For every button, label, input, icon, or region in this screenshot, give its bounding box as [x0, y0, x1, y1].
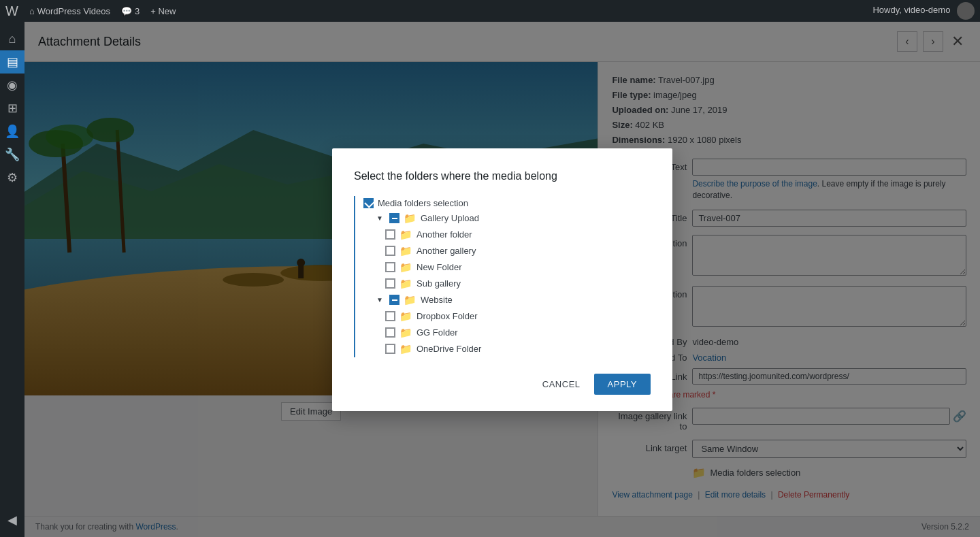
cancel-button[interactable]: CANCEL: [534, 374, 589, 395]
tree-item-website: ▼ 📁 Website: [374, 292, 651, 308]
comments-icon: 💬: [121, 6, 132, 16]
tree-label-onedrive: OneDrive Folder: [416, 344, 481, 354]
user-avatar[interactable]: [957, 2, 975, 20]
tree-label-website: Website: [421, 295, 453, 305]
sidebar-item-settings[interactable]: ⚙: [0, 166, 24, 189]
tree-checkbox-another-folder[interactable]: [385, 229, 395, 240]
user-greeting: Howdy, video-demo: [872, 2, 975, 20]
folder-icon-dropbox: 📁: [399, 310, 412, 323]
folder-icon-website: 📁: [404, 294, 416, 306]
tree-toggle-gallery[interactable]: ▼: [374, 213, 385, 224]
comments-link[interactable]: 💬 3: [121, 6, 140, 16]
tree-checkbox-sub-gallery[interactable]: [385, 278, 395, 289]
sidebar-item-appearance[interactable]: ◉: [0, 74, 24, 97]
wp-logo[interactable]: W: [5, 3, 18, 19]
tree-item-root[interactable]: Media folders selection: [363, 196, 651, 210]
tree-label-sub-gallery: Sub gallery: [416, 278, 461, 289]
site-name-link[interactable]: ⌂ WordPress Videos: [29, 6, 110, 16]
tree-item-gg-folder: 📁 GG Folder: [385, 325, 651, 341]
modal-title: Select the folders where the media belon…: [354, 170, 651, 182]
apply-button[interactable]: APPLY: [594, 374, 651, 395]
tree-label-new-folder: New Folder: [416, 262, 461, 272]
sidebar-item-plugins[interactable]: ⊞: [0, 97, 24, 120]
sidebar-item-dashboard[interactable]: ⌂: [0, 27, 24, 50]
tree-label-dropbox: Dropbox Folder: [416, 311, 478, 321]
new-content-link[interactable]: + New: [150, 6, 176, 16]
home-icon: ⌂: [29, 6, 35, 16]
folder-icon-another-gallery: 📁: [399, 245, 412, 257]
tree-checkbox-gg-folder[interactable]: [385, 327, 395, 338]
tree-item-onedrive: 📁 OneDrive Folder: [385, 341, 651, 357]
tree-checkbox-new-folder[interactable]: [385, 262, 395, 272]
tree-checkbox-root[interactable]: [363, 198, 374, 208]
folder-icon-onedrive: 📁: [399, 343, 412, 355]
folder-icon-another-folder: 📁: [399, 229, 412, 241]
tree-label-root: Media folders selection: [378, 198, 468, 208]
folder-icon-gallery: 📁: [404, 212, 416, 225]
folder-icon-gg: 📁: [399, 327, 412, 339]
tree-label-gg-folder: GG Folder: [416, 327, 458, 338]
sidebar-collapse[interactable]: ◀: [0, 508, 24, 532]
tree-checkbox-website[interactable]: [389, 295, 399, 305]
admin-bar: W ⌂ WordPress Videos 💬 3 + New Howdy, vi…: [0, 0, 980, 22]
modal-dialog: Select the folders where the media belon…: [332, 148, 672, 411]
sidebar-item-library[interactable]: ▤: [0, 50, 24, 74]
sidebar-item-users[interactable]: 👤: [0, 120, 24, 143]
tree-item-another-gallery: 📁 Another gallery: [385, 243, 651, 259]
folder-tree: Media folders selection ▼ 📁 Gallery Uplo…: [354, 196, 651, 357]
tree-checkbox-another-gallery[interactable]: [385, 246, 395, 256]
tree-item-new-folder: 📁 New Folder: [385, 259, 651, 276]
folder-icon-new-folder: 📁: [399, 261, 412, 274]
tree-label-another-gallery: Another gallery: [416, 246, 476, 256]
main-content: Attachment Details ‹ › ✕: [24, 22, 980, 537]
folder-icon-sub-gallery: 📁: [399, 278, 412, 290]
tree-label-gallery-upload: Gallery Upload: [421, 213, 479, 223]
tree-checkbox-onedrive[interactable]: [385, 344, 395, 354]
tree-item-gallery-upload: ▼ 📁 Gallery Upload: [374, 210, 651, 227]
tree-item-sub-gallery: 📁 Sub gallery: [385, 276, 651, 292]
modal-overlay: Select the folders where the media belon…: [24, 22, 980, 537]
tree-checkbox-gallery-upload[interactable]: [389, 213, 399, 223]
sidebar-item-tools[interactable]: 🔧: [0, 143, 24, 166]
tree-toggle-website[interactable]: ▼: [374, 295, 385, 306]
tree-item-dropbox: 📁 Dropbox Folder: [385, 308, 651, 325]
tree-label-another-folder: Another folder: [416, 229, 472, 240]
tree-item-another-folder: 📁 Another folder: [385, 227, 651, 243]
modal-actions: CANCEL APPLY: [354, 374, 651, 395]
tree-checkbox-dropbox[interactable]: [385, 311, 395, 321]
sidebar: ⌂ ▤ ◉ ⊞ 👤 🔧 ⚙ ◀: [0, 22, 24, 537]
